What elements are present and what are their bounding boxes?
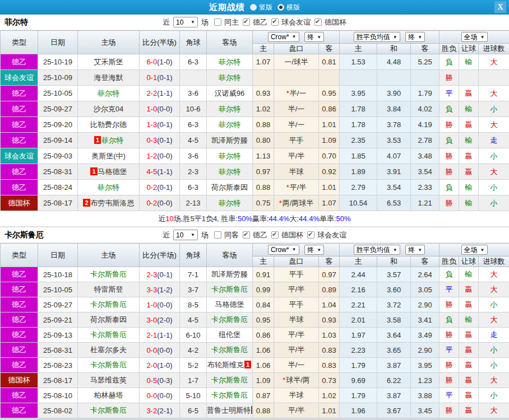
summary-text-part: 50%: [336, 214, 351, 223]
result-handicap: 贏: [459, 148, 479, 164]
league-checkbox[interactable]: [243, 18, 250, 26]
league-checkbox[interactable]: [271, 18, 279, 26]
euro-home-odds: 1.79: [340, 358, 377, 373]
chevron-down-icon: ▼: [317, 248, 321, 253]
score-half: (0-1): [157, 136, 172, 144]
corner-count: 3-6: [180, 86, 207, 101]
away-team: 普鲁士明斯特1: [207, 403, 253, 418]
asian-away-odds: 0.95: [319, 86, 340, 101]
result-wdl: 勝: [439, 195, 459, 211]
euro-draw-odds: 3.72: [377, 297, 411, 312]
match-date: 25-10-18: [38, 267, 78, 282]
league-checkbox[interactable]: [314, 18, 322, 26]
result-goals: [479, 70, 509, 86]
match-score: 1-3(0-1): [140, 117, 180, 133]
match-score: 0-5(0-3): [140, 373, 180, 388]
league-checkbox-label: 德国杯: [281, 230, 303, 240]
match-row: 德乙 25-09-20 比勒费尔德 1-3(0-1) 6-3 菲尔特 0.88 …: [1, 117, 509, 133]
euro-draw-odds: 3.91: [377, 164, 411, 180]
team-filter-bar: 菲尔特 近 10▼ 场 同主 德乙球会友谊德国杯: [0, 15, 509, 30]
corner-count: 8-5: [180, 297, 207, 312]
result-wdl: 負: [439, 312, 459, 328]
asian-home-odds: 0.84: [253, 297, 274, 312]
matches-table: 类型 日期 主场 比分(半场) 角球 客场 Crow*▼ 终▼ 胜平负均值▼ 终…: [0, 243, 509, 418]
league-checkbox[interactable]: [271, 231, 279, 239]
home-team: 柏林赫塔: [78, 388, 140, 403]
match-count-select[interactable]: 10▼: [173, 230, 198, 240]
corner-count: 2-13: [180, 195, 207, 211]
asian-away-odds: 0.92: [319, 164, 340, 180]
match-score: 0-2(0-1): [140, 180, 180, 195]
close-icon[interactable]: X: [494, 1, 506, 13]
asian-handicap: *半/一: [274, 86, 319, 101]
euro-away-odds: 4.02: [411, 101, 439, 117]
match-scope-select[interactable]: 全场▼: [461, 245, 488, 255]
score-half: (0-0): [157, 391, 172, 400]
vertical-layout-label: 竖版: [259, 3, 272, 12]
result-goals: 小: [479, 297, 509, 312]
chevron-down-icon: ▼: [317, 35, 321, 40]
match-type: 球会友谊: [1, 148, 38, 164]
league-checkbox-label: 球会友谊: [281, 17, 311, 27]
match-scope-select[interactable]: 全场▼: [461, 32, 488, 42]
asian-odds-group: Crow*▼ 终▼: [253, 244, 340, 256]
corner-count: 6-10: [180, 328, 207, 343]
col-asian-handicap: 盘口: [274, 256, 319, 267]
result-goals: 大: [479, 164, 509, 180]
league-checkbox[interactable]: [307, 231, 314, 239]
asian-handicap: 平/半: [274, 343, 319, 358]
score-full: 0-1: [146, 73, 157, 82]
asian-away-odds: 0.73: [319, 373, 340, 388]
team-filter-bar: 卡尔斯鲁厄 近 10▼ 场 同客 德乙德国杯球会友谊: [0, 227, 509, 243]
euro-time-select[interactable]: 终▼: [405, 32, 425, 42]
score-half: (2-1): [157, 407, 172, 415]
euro-home-odds: 9.69: [340, 373, 377, 388]
result-handicap: 輸: [459, 312, 479, 328]
result-handicap: 輸: [459, 195, 479, 211]
euro-away-odds: 3.95: [411, 358, 439, 373]
bookmaker-select[interactable]: Crow*▼: [268, 32, 299, 42]
odds-time-select[interactable]: 终▼: [304, 245, 324, 255]
odds-time-select[interactable]: 终▼: [304, 32, 324, 42]
match-row: 德国杯 25-08-17 2布劳韦斯洛恩 0-2(0-0) 2-13 菲尔特 0…: [1, 195, 509, 211]
asian-home-odds: [253, 70, 274, 86]
same-venue-checkbox[interactable]: [214, 231, 221, 239]
home-team: 卡尔斯鲁厄: [78, 267, 140, 282]
result-goals: 大: [479, 312, 509, 328]
col-euro-draw: 和: [377, 256, 411, 267]
same-venue-label: 同主: [224, 17, 239, 27]
match-row: 德乙 25-10-05 菲尔特 2-2(1-1) 3-6 汉诺威96 0.93 …: [1, 86, 509, 101]
horizontal-layout-radio[interactable]: [277, 4, 284, 11]
asian-away-odds: 1.01: [319, 180, 340, 195]
result-goals: 走: [479, 133, 509, 148]
same-venue-checkbox[interactable]: [214, 18, 221, 26]
near-label: 近: [163, 17, 170, 27]
euro-time-select[interactable]: 终▼: [405, 245, 425, 255]
match-score: 4-5(1-1): [140, 164, 180, 180]
asian-handicap: 平/半: [274, 328, 319, 343]
score-full: 2-3: [146, 270, 157, 279]
team-section: 菲尔特 近 10▼ 场 同主 德乙球会友谊德国杯 类型 日期 主场 比分(半场)…: [0, 15, 509, 227]
corner-count: 10-6: [180, 101, 207, 117]
league-checkbox[interactable]: [243, 231, 250, 239]
score-full: 4-5: [146, 167, 157, 176]
col-score: 比分(半场): [140, 31, 180, 54]
score-half: (0-0): [157, 199, 172, 207]
euro-avg-select[interactable]: 胜平负均值▼: [354, 245, 400, 255]
match-type: 德乙: [1, 54, 38, 70]
match-count-select[interactable]: 10▼: [173, 17, 198, 27]
match-row: 德乙 25-08-10 柏林赫塔 0-0(0-0) 5-10 卡尔斯鲁厄 0.8…: [1, 388, 509, 403]
result-group: 全场▼: [439, 31, 509, 44]
corner-count: 5-10: [180, 388, 207, 403]
asian-home-odds: 0.75: [253, 195, 274, 211]
euro-avg-select[interactable]: 胜平负均值▼: [354, 32, 400, 42]
vertical-layout-radio[interactable]: [250, 4, 257, 11]
result-wdl: 平: [439, 282, 459, 297]
euro-away-odds: 4.19: [411, 117, 439, 133]
asian-away-odds: 1.03: [319, 328, 340, 343]
same-venue-label: 同客: [224, 230, 239, 240]
bookmaker-select[interactable]: Crow*▼: [268, 245, 299, 255]
match-date: 25-09-27: [38, 297, 78, 312]
euro-draw-odds: 3.84: [377, 101, 411, 117]
games-label: 场: [201, 230, 209, 240]
